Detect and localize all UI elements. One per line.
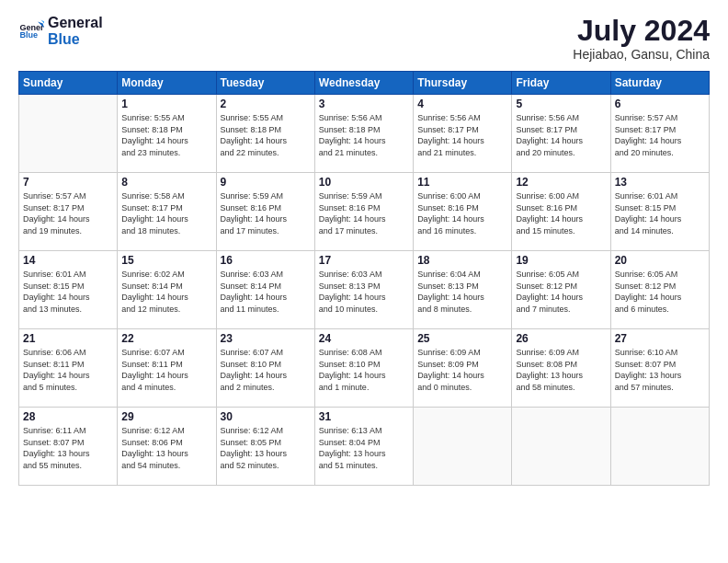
day-info: Sunrise: 5:55 AM Sunset: 8:18 PM Dayligh… (221, 112, 311, 158)
day-number: 29 (121, 410, 211, 423)
day-number: 21 (23, 332, 113, 345)
day-number: 26 (516, 332, 606, 345)
calendar-cell: 15Sunrise: 6:02 AM Sunset: 8:14 PM Dayli… (118, 251, 216, 329)
day-info: Sunrise: 6:01 AM Sunset: 8:15 PM Dayligh… (615, 190, 705, 236)
calendar-cell: 5Sunrise: 5:56 AM Sunset: 8:17 PM Daylig… (512, 95, 610, 173)
day-info: Sunrise: 6:13 AM Sunset: 8:04 PM Dayligh… (319, 425, 409, 471)
day-info: Sunrise: 6:09 AM Sunset: 8:09 PM Dayligh… (417, 347, 507, 393)
day-number: 24 (319, 332, 409, 345)
page-header: General Blue General Blue July 2024 Heji… (18, 15, 710, 62)
calendar-week-row: 7Sunrise: 5:57 AM Sunset: 8:17 PM Daylig… (19, 173, 710, 251)
page-subtitle: Hejiabao, Gansu, China (573, 47, 710, 62)
day-info: Sunrise: 5:59 AM Sunset: 8:16 PM Dayligh… (319, 190, 409, 236)
weekday-header: Saturday (610, 72, 709, 95)
day-number: 10 (319, 176, 409, 189)
day-number: 12 (516, 176, 606, 189)
calendar-cell: 6Sunrise: 5:57 AM Sunset: 8:17 PM Daylig… (610, 95, 709, 173)
day-number: 23 (221, 332, 311, 345)
calendar-cell: 25Sunrise: 6:09 AM Sunset: 8:09 PM Dayli… (414, 329, 512, 408)
calendar-cell: 16Sunrise: 6:03 AM Sunset: 8:14 PM Dayli… (216, 251, 314, 329)
day-number: 7 (23, 176, 113, 189)
day-number: 9 (221, 176, 311, 189)
day-number: 11 (417, 176, 507, 189)
day-info: Sunrise: 5:58 AM Sunset: 8:17 PM Dayligh… (121, 190, 211, 236)
calendar-cell: 28Sunrise: 6:11 AM Sunset: 8:07 PM Dayli… (19, 408, 118, 486)
logo-icon: General Blue (18, 18, 44, 44)
day-number: 31 (319, 410, 409, 423)
calendar-cell: 10Sunrise: 5:59 AM Sunset: 8:16 PM Dayli… (314, 173, 413, 251)
day-info: Sunrise: 6:00 AM Sunset: 8:16 PM Dayligh… (417, 190, 507, 236)
calendar-cell: 26Sunrise: 6:09 AM Sunset: 8:08 PM Dayli… (512, 329, 610, 408)
calendar-week-row: 14Sunrise: 6:01 AM Sunset: 8:15 PM Dayli… (19, 251, 710, 329)
logo: General Blue General Blue (18, 15, 103, 47)
calendar-cell: 24Sunrise: 6:08 AM Sunset: 8:10 PM Dayli… (314, 329, 413, 408)
day-info: Sunrise: 6:03 AM Sunset: 8:14 PM Dayligh… (221, 269, 311, 315)
weekday-header: Thursday (414, 72, 512, 95)
day-number: 5 (516, 98, 606, 110)
calendar-cell: 23Sunrise: 6:07 AM Sunset: 8:10 PM Dayli… (216, 329, 314, 408)
day-info: Sunrise: 6:10 AM Sunset: 8:07 PM Dayligh… (615, 347, 705, 393)
day-info: Sunrise: 5:56 AM Sunset: 8:17 PM Dayligh… (516, 112, 606, 158)
calendar-cell: 4Sunrise: 5:56 AM Sunset: 8:17 PM Daylig… (414, 95, 512, 173)
logo-line1: General (48, 15, 103, 31)
day-number: 6 (615, 98, 705, 110)
day-number: 22 (121, 332, 211, 345)
day-info: Sunrise: 6:12 AM Sunset: 8:05 PM Dayligh… (221, 425, 311, 471)
day-info: Sunrise: 6:09 AM Sunset: 8:08 PM Dayligh… (516, 347, 606, 393)
logo-line2: Blue (48, 31, 103, 48)
calendar-week-row: 1Sunrise: 5:55 AM Sunset: 8:18 PM Daylig… (19, 95, 710, 173)
day-number: 4 (417, 98, 507, 110)
calendar-cell: 22Sunrise: 6:07 AM Sunset: 8:11 PM Dayli… (118, 329, 216, 408)
day-info: Sunrise: 6:00 AM Sunset: 8:16 PM Dayligh… (516, 190, 606, 236)
calendar-cell (512, 408, 610, 486)
day-number: 30 (221, 410, 311, 423)
day-info: Sunrise: 6:05 AM Sunset: 8:12 PM Dayligh… (516, 269, 606, 315)
day-info: Sunrise: 6:07 AM Sunset: 8:11 PM Dayligh… (121, 347, 211, 393)
day-number: 17 (319, 254, 409, 267)
day-info: Sunrise: 6:11 AM Sunset: 8:07 PM Dayligh… (23, 425, 113, 471)
page-title: July 2024 (573, 15, 710, 47)
day-info: Sunrise: 5:55 AM Sunset: 8:18 PM Dayligh… (121, 112, 211, 158)
day-info: Sunrise: 5:56 AM Sunset: 8:18 PM Dayligh… (319, 112, 409, 158)
day-info: Sunrise: 5:57 AM Sunset: 8:17 PM Dayligh… (615, 112, 705, 158)
calendar-cell (19, 95, 118, 173)
day-number: 19 (516, 254, 606, 267)
calendar-header-row: SundayMondayTuesdayWednesdayThursdayFrid… (19, 72, 710, 95)
calendar-cell: 14Sunrise: 6:01 AM Sunset: 8:15 PM Dayli… (19, 251, 118, 329)
day-number: 15 (121, 254, 211, 267)
day-info: Sunrise: 6:02 AM Sunset: 8:14 PM Dayligh… (121, 269, 211, 315)
title-block: July 2024 Hejiabao, Gansu, China (573, 15, 710, 62)
day-number: 20 (615, 254, 705, 267)
calendar-cell: 7Sunrise: 5:57 AM Sunset: 8:17 PM Daylig… (19, 173, 118, 251)
day-info: Sunrise: 6:12 AM Sunset: 8:06 PM Dayligh… (121, 425, 211, 471)
day-info: Sunrise: 6:03 AM Sunset: 8:13 PM Dayligh… (319, 269, 409, 315)
day-number: 2 (221, 98, 311, 110)
calendar-cell: 13Sunrise: 6:01 AM Sunset: 8:15 PM Dayli… (610, 173, 709, 251)
calendar-cell: 21Sunrise: 6:06 AM Sunset: 8:11 PM Dayli… (19, 329, 118, 408)
calendar-cell: 2Sunrise: 5:55 AM Sunset: 8:18 PM Daylig… (216, 95, 314, 173)
day-number: 14 (23, 254, 113, 267)
day-info: Sunrise: 5:59 AM Sunset: 8:16 PM Dayligh… (221, 190, 311, 236)
weekday-header: Monday (118, 72, 216, 95)
weekday-header: Friday (512, 72, 610, 95)
calendar-cell: 29Sunrise: 6:12 AM Sunset: 8:06 PM Dayli… (118, 408, 216, 486)
calendar-cell: 12Sunrise: 6:00 AM Sunset: 8:16 PM Dayli… (512, 173, 610, 251)
calendar-cell: 31Sunrise: 6:13 AM Sunset: 8:04 PM Dayli… (314, 408, 413, 486)
day-number: 25 (417, 332, 507, 345)
day-number: 13 (615, 176, 705, 189)
calendar-cell: 8Sunrise: 5:58 AM Sunset: 8:17 PM Daylig… (118, 173, 216, 251)
day-number: 1 (121, 98, 211, 110)
svg-text:Blue: Blue (19, 30, 38, 40)
day-info: Sunrise: 6:04 AM Sunset: 8:13 PM Dayligh… (417, 269, 507, 315)
day-info: Sunrise: 5:57 AM Sunset: 8:17 PM Dayligh… (23, 190, 113, 236)
calendar-cell: 17Sunrise: 6:03 AM Sunset: 8:13 PM Dayli… (314, 251, 413, 329)
day-number: 3 (319, 98, 409, 110)
day-info: Sunrise: 6:05 AM Sunset: 8:12 PM Dayligh… (615, 269, 705, 315)
calendar-cell (610, 408, 709, 486)
weekday-header: Wednesday (314, 72, 413, 95)
day-info: Sunrise: 6:06 AM Sunset: 8:11 PM Dayligh… (23, 347, 113, 393)
calendar-cell: 27Sunrise: 6:10 AM Sunset: 8:07 PM Dayli… (610, 329, 709, 408)
weekday-header: Sunday (19, 72, 118, 95)
calendar-cell: 20Sunrise: 6:05 AM Sunset: 8:12 PM Dayli… (610, 251, 709, 329)
calendar-cell: 19Sunrise: 6:05 AM Sunset: 8:12 PM Dayli… (512, 251, 610, 329)
